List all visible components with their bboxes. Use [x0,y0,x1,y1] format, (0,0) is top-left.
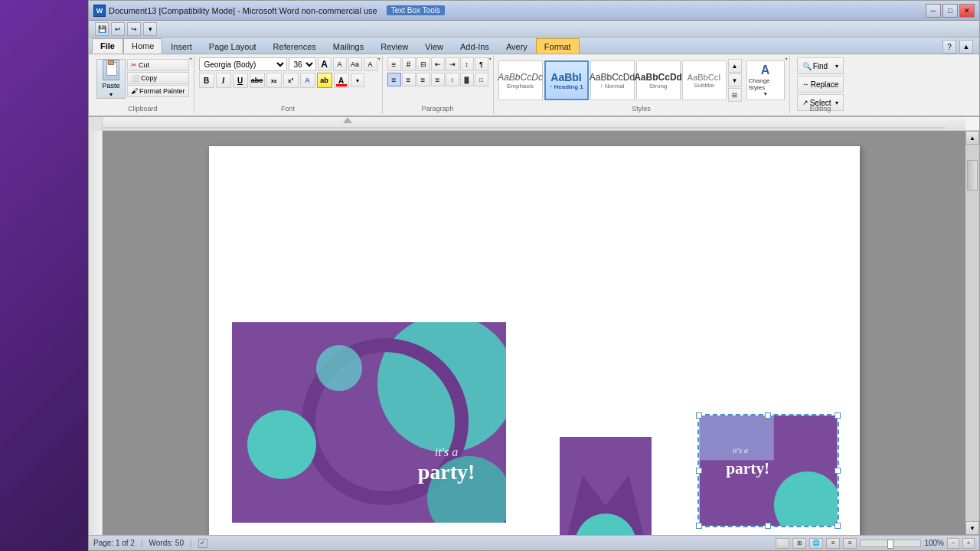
text-effects-button[interactable]: A [300,73,315,88]
sort-button[interactable]: ↕ [460,57,474,71]
minimize-button[interactable]: ─ [926,4,941,18]
handle-bm[interactable] [765,523,771,529]
tab-insert[interactable]: Insert [162,38,201,54]
style-strong[interactable]: AaBbCcDd Strong [636,60,681,100]
document-scroll-area[interactable]: it's a party! [103,131,965,535]
handle-br[interactable] [835,523,841,529]
font-expand[interactable]: ⌝ [377,57,381,64]
align-left-button[interactable]: ≡ [387,73,401,86]
align-right-button[interactable]: ≡ [416,73,430,86]
handle-mr[interactable] [835,468,841,474]
close-button[interactable]: ✕ [959,4,975,18]
redo-button[interactable]: ↪ [127,22,141,36]
draft-button[interactable]: ≡ [843,538,857,549]
customize-quick-access[interactable]: ▾ [143,22,157,36]
subscript-button[interactable]: x₂ [266,73,282,88]
tab-addins[interactable]: Add-Ins [452,38,498,54]
bullets-button[interactable]: ≡ [387,57,401,71]
party-image-selected[interactable]: it's a party! [697,414,839,527]
tab-avery[interactable]: Avery [498,38,536,54]
underline-button[interactable]: U [233,73,248,88]
scroll-thumb[interactable] [967,160,978,191]
font-color-dropdown[interactable]: ▾ [351,73,364,87]
superscript-button[interactable]: x² [283,73,299,88]
paste-button[interactable]: Paste ▾ [96,59,126,99]
styles-expand[interactable]: ⌝ [785,57,788,64]
change-styles-button[interactable]: A Change Styles ▾ [746,60,785,100]
editing-label: Editing [810,105,831,112]
scroll-down-button[interactable]: ▼ [965,521,979,535]
handle-ml[interactable] [696,468,702,474]
tab-file[interactable]: File [92,38,123,54]
zoom-out-button[interactable]: − [947,538,959,549]
scroll-up-button[interactable]: ▲ [965,131,979,145]
clipboard-expand[interactable]: ⌝ [189,57,192,64]
tab-view[interactable]: View [416,38,452,54]
zoom-slider[interactable] [860,540,921,547]
replace-button[interactable]: ↔ Replace [797,76,844,93]
change-case-button[interactable]: Aa [348,57,362,71]
styles-scroll-up[interactable]: ▲ [728,59,742,73]
save-quick-button[interactable]: 💾 [95,22,109,36]
styles-more[interactable]: ⊟ [728,88,742,102]
font-size-select[interactable]: 36 [289,57,316,71]
tab-format[interactable]: Format [536,38,580,54]
help-button[interactable]: ? [942,40,956,54]
tab-home[interactable]: Home [123,38,162,54]
status-separator: | [141,539,143,547]
show-formatting-button[interactable]: ¶ [475,57,488,71]
find-button[interactable]: 🔍 Find ▾ [797,57,844,74]
scroll-track[interactable] [965,145,979,521]
paste-dropdown[interactable]: ▾ [109,91,113,98]
align-center-button[interactable]: ≡ [402,73,416,86]
tab-references[interactable]: References [265,38,325,54]
clear-formatting-button[interactable]: A [364,57,377,71]
increase-indent-button[interactable]: ⇥ [446,57,459,71]
style-subtitle[interactable]: AaBbCcI Subtitle [682,60,727,100]
grow-font-button[interactable]: A [318,57,332,71]
borders-button[interactable]: □ [475,73,488,86]
font-color-button[interactable]: A [334,73,349,88]
font-family-select[interactable]: Georgia (Body) [199,57,287,71]
multilevel-list-button[interactable]: ⊟ [416,57,430,71]
line-spacing-button[interactable]: ↕ [446,73,459,86]
undo-button[interactable]: ↩ [111,22,125,36]
justify-button[interactable]: ≡ [431,73,445,86]
paragraph-expand[interactable]: ⌝ [488,57,492,64]
style-emphasis[interactable]: AaBbCcDc Emphasis [498,60,543,100]
handle-tm[interactable] [765,412,771,419]
maximize-button[interactable]: □ [942,4,958,18]
tab-review[interactable]: Review [372,38,416,54]
web-layout-button[interactable]: 🌐 [809,538,823,549]
italic-button[interactable]: I [216,73,231,88]
print-layout-button[interactable]: ⬜ [776,538,789,549]
tab-page-layout[interactable]: Page Layout [201,38,265,54]
spelling-check-indicator[interactable]: ✓ [198,539,207,548]
copy-button[interactable]: ⬜ Copy [127,72,189,84]
handle-bl[interactable] [696,523,702,529]
shrink-font-button[interactable]: A [333,57,347,71]
vertical-ruler[interactable] [89,131,103,535]
zoom-thumb[interactable] [887,540,893,549]
highlight-button[interactable]: ab [317,73,332,88]
style-heading1[interactable]: AaBbI ↑ Heading 1 [544,60,589,100]
zoom-in-button[interactable]: + [962,538,975,549]
strikethrough-button[interactable]: abc [250,73,265,88]
decrease-indent-button[interactable]: ⇤ [431,57,445,71]
shading-button[interactable]: ▓ [460,73,474,86]
cut-button[interactable]: ✂ Cut [127,59,189,71]
horizontal-ruler[interactable] [103,117,965,130]
font-label: Font [281,105,295,112]
format-painter-button[interactable]: 🖌 Format Painter [127,85,189,97]
handle-tr[interactable] [835,412,841,419]
bold-button[interactable]: B [199,73,214,88]
style-normal[interactable]: AaBbCcDd ↑ Normal [590,60,635,100]
handle-tl[interactable] [696,412,702,419]
paragraph-label: Paragraph [422,105,454,112]
styles-scroll-down[interactable]: ▼ [728,73,742,87]
numbering-button[interactable]: # [402,57,416,71]
full-screen-button[interactable]: ⊞ [792,538,806,549]
ribbon-collapse[interactable]: ▲ [959,40,973,54]
tab-mailings[interactable]: Mailings [325,38,372,54]
outline-button[interactable]: ≡ [826,538,840,549]
